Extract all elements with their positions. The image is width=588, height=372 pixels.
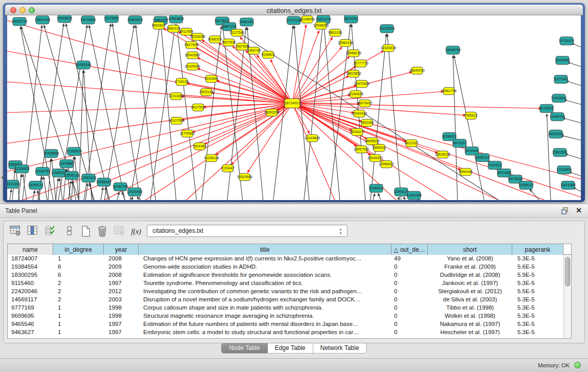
graph-node[interactable]: 8215953 xyxy=(540,104,554,113)
close-panel-icon[interactable]: ✕ xyxy=(576,206,582,214)
graph-node[interactable]: 8822037 xyxy=(405,140,419,147)
graph-node[interactable]: 12505135 xyxy=(64,171,79,180)
graph-node[interactable]: 8959522 xyxy=(373,144,386,151)
cell-short[interactable]: Stergiakouli et al. (2012) xyxy=(428,288,512,296)
table-selector-dropdown[interactable]: citations_edges.txt ▲▼ xyxy=(147,225,347,237)
graph-node[interactable]: 7955812 xyxy=(464,112,478,119)
cell-title[interactable]: Tourette syndrome. Phenomenology and cla… xyxy=(139,279,391,288)
cell-title[interactable]: Structural magnetic resonance image aver… xyxy=(139,312,391,320)
graph-node[interactable]: 20206556 xyxy=(43,149,59,158)
graph-node[interactable]: 9146821 xyxy=(262,51,275,58)
graph-node[interactable]: 10096122 xyxy=(518,181,534,189)
cell-in_degree[interactable]: 1 xyxy=(53,304,104,312)
cell-short[interactable]: Tibbo et al. (1998) xyxy=(428,304,512,312)
graph-edge[interactable] xyxy=(387,34,401,200)
graph-node[interactable]: 10975887 xyxy=(59,160,74,168)
graph-edge[interactable] xyxy=(564,100,581,104)
graph-node[interactable]: 8960128 xyxy=(167,25,181,32)
graph-node[interactable]: 10996922 xyxy=(379,161,394,168)
graph-node[interactable]: 8912954 xyxy=(180,28,193,35)
graph-node[interactable]: 21173551 xyxy=(104,15,119,23)
graph-node[interactable]: 9663822 xyxy=(152,22,166,29)
graph-edge[interactable] xyxy=(101,187,103,200)
graph-node[interactable]: 13626215 xyxy=(435,151,450,158)
graph-node[interactable]: 22420046 xyxy=(185,63,200,70)
cell-in_degree[interactable]: 1 xyxy=(53,312,104,320)
cell-in_degree[interactable]: 2 xyxy=(53,279,104,288)
table-row[interactable]: 946362711997Embryonic stem cells: a mode… xyxy=(8,329,571,337)
cell-name[interactable]: 22420046 xyxy=(8,288,53,296)
graph-node[interactable]: 8990448 xyxy=(459,168,473,176)
graph-node[interactable]: 2935114 xyxy=(476,154,489,162)
column-header-pagerank[interactable]: pagerank xyxy=(512,244,563,255)
cell-in_degree[interactable]: 1 xyxy=(53,320,104,329)
cell-pagerank[interactable]: 5.3E-5 xyxy=(512,304,563,312)
cell-out_de[interactable]: 0 xyxy=(391,288,428,296)
float-panel-icon[interactable] xyxy=(561,207,569,214)
cell-year[interactable]: 2012 xyxy=(104,288,139,296)
graph-node[interactable]: 8813054 xyxy=(344,15,358,23)
graph-node[interactable]: 8454749 xyxy=(247,47,261,54)
cell-out_de[interactable]: 49 xyxy=(391,255,428,263)
graph-edge[interactable] xyxy=(43,177,47,200)
table-row[interactable]: 1830029562008Estimation of significance … xyxy=(8,271,571,279)
table-row[interactable]: 1938455462009Genome-wide association stu… xyxy=(8,263,571,271)
cell-out_de[interactable]: 0 xyxy=(391,304,428,312)
graph-edge[interactable] xyxy=(561,135,581,140)
graph-edge[interactable] xyxy=(403,196,405,200)
cell-out_de[interactable]: 0 xyxy=(391,320,428,329)
cell-title[interactable]: Disruption of a novel member of a sodium… xyxy=(139,296,391,304)
table-row[interactable]: 946554611997Estimation of the future num… xyxy=(8,320,571,329)
graph-node[interactable]: 16782759 xyxy=(113,183,128,191)
graph-node[interactable]: 9827508 xyxy=(222,39,236,46)
graph-node[interactable]: 12548395 xyxy=(313,22,329,29)
table-row[interactable]: 911546021997Tourette syndrome. Phenomeno… xyxy=(8,279,571,288)
panel-collapse-arrow-icon[interactable]: ◄ xyxy=(0,174,4,181)
column-header-name[interactable]: name xyxy=(8,244,53,255)
graph-node[interactable]: 20053346 xyxy=(76,61,91,69)
graph-edge[interactable] xyxy=(137,196,139,200)
network-canvas[interactable]: 2405572420691406190338191501350521173551… xyxy=(7,15,581,200)
cell-name[interactable]: 18300295 xyxy=(8,271,53,279)
graph-node[interactable]: 12213389 xyxy=(168,93,184,100)
graph-node[interactable]: 15013505 xyxy=(80,16,96,24)
select-rows-icon[interactable] xyxy=(43,225,57,238)
graph-node[interactable]: 19568216 xyxy=(346,50,361,57)
graph-node[interactable]: 17359924 xyxy=(67,147,82,156)
graph-edge[interactable] xyxy=(192,103,292,132)
graph-edge[interactable] xyxy=(562,118,581,123)
graph-node[interactable]: 10777715 xyxy=(353,60,368,67)
graph-node[interactable]: 12042757 xyxy=(35,167,50,176)
cell-in_degree[interactable]: 1 xyxy=(53,329,104,337)
vertical-scrollbar[interactable] xyxy=(563,255,571,338)
graph-node[interactable]: 22042424 xyxy=(352,110,367,117)
cell-year[interactable]: 1998 xyxy=(104,304,139,312)
new-file-icon[interactable] xyxy=(79,225,93,238)
graph-edge[interactable] xyxy=(33,190,35,200)
graph-edge[interactable] xyxy=(73,181,76,200)
cell-in_degree[interactable]: 6 xyxy=(53,263,104,271)
cell-pagerank[interactable]: 5.3E-5 xyxy=(512,312,563,320)
graph-edge[interactable] xyxy=(56,178,58,200)
graph-edge[interactable] xyxy=(132,196,133,200)
graph-node[interactable]: 10107554 xyxy=(169,117,184,124)
cell-out_de[interactable]: 0 xyxy=(391,271,428,279)
cell-name[interactable]: 9463627 xyxy=(8,329,53,337)
graph-node[interactable]: 13143845 xyxy=(304,135,320,142)
graph-node[interactable]: 15059131 xyxy=(28,181,43,189)
graph-node[interactable]: 12160629 xyxy=(348,91,363,98)
graph-node[interactable]: 9329966 xyxy=(556,56,570,64)
cell-short[interactable]: Dudbridge et al. (2008) xyxy=(428,271,512,279)
graph-node[interactable]: 11301089 xyxy=(406,191,422,200)
cell-in_degree[interactable]: 1 xyxy=(53,255,104,263)
cell-pagerank[interactable]: 5.9E-5 xyxy=(512,271,563,279)
column-header-in_degree[interactable]: in_degree xyxy=(53,244,104,255)
cell-pagerank[interactable]: 5.3E-5 xyxy=(512,329,563,337)
cell-title[interactable]: Estimation of significance thresholds fo… xyxy=(139,271,391,279)
graph-node[interactable]: 14695525 xyxy=(364,138,380,145)
graph-node[interactable]: 15892951 xyxy=(552,148,568,157)
graph-edge[interactable] xyxy=(292,103,545,200)
column-header-title[interactable]: title xyxy=(139,244,391,255)
cell-title[interactable]: Embryonic stem cells: a model to study s… xyxy=(139,329,391,337)
cell-title[interactable]: Investigating the contribution of common… xyxy=(139,288,391,296)
